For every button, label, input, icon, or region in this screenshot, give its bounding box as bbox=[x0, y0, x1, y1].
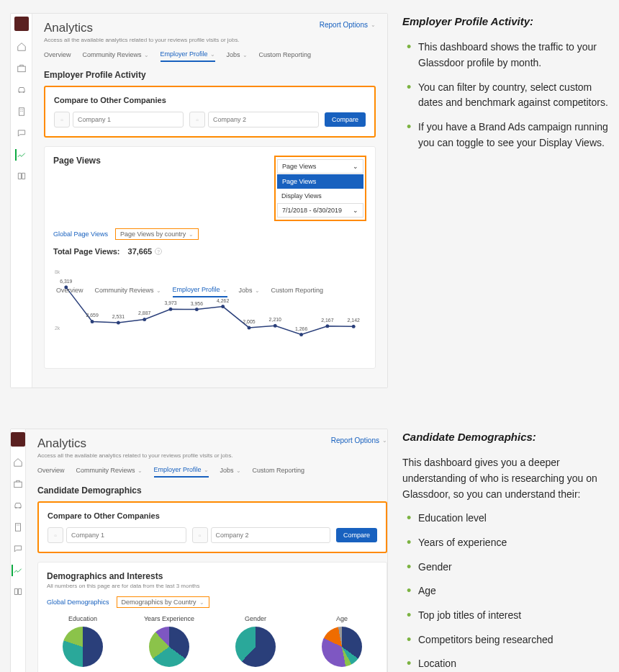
view-type-dropdown[interactable]: Page Views⌄ Page Views Display Views 7/1… bbox=[274, 156, 366, 221]
sub-tab-global-demo[interactable]: Global Demographics bbox=[47, 596, 109, 608]
desc-intro: This dashboard gives you a deeper unders… bbox=[402, 455, 609, 502]
line-chart: 2k8k6,3192,6592,5312,8873,9733,9564,2622… bbox=[53, 259, 366, 359]
chevron-down-icon: ⌄ bbox=[243, 52, 248, 58]
analytics-icon[interactable] bbox=[15, 149, 27, 161]
bullet: Gender bbox=[407, 560, 609, 575]
chevron-down-icon: ⌄ bbox=[210, 51, 215, 58]
svg-text:2,167: 2,167 bbox=[321, 318, 333, 323]
tab-employer-profile[interactable]: Employer Profile⌄ bbox=[173, 286, 227, 297]
sub-tab-country-demo[interactable]: Demographics by Country⌄ bbox=[117, 596, 209, 608]
pie-gender: Gender Male Female bbox=[220, 615, 292, 672]
svg-point-20 bbox=[247, 326, 250, 329]
car-icon[interactable] bbox=[12, 500, 24, 511]
company2-input[interactable] bbox=[208, 112, 319, 127]
tab-custom-reporting[interactable]: Custom Reporting bbox=[271, 286, 324, 297]
tab-overview[interactable]: Overview bbox=[56, 286, 83, 297]
building-icon[interactable] bbox=[16, 106, 27, 117]
tab-community[interactable]: Community Reviews⌄ bbox=[83, 50, 149, 62]
svg-rect-3 bbox=[19, 108, 24, 116]
report-options-dropdown[interactable]: Report Options⌄ bbox=[331, 436, 387, 444]
svg-text:2,005: 2,005 bbox=[243, 319, 255, 324]
page-views-card: Page Views Page Views⌄ Page Views Displa… bbox=[44, 146, 376, 369]
chevron-down-icon: ⌄ bbox=[371, 22, 376, 28]
svg-point-8 bbox=[91, 320, 94, 323]
chat-icon[interactable] bbox=[16, 127, 27, 139]
bullet: If you have a Brand Ads campaign running… bbox=[407, 120, 609, 151]
svg-text:2,142: 2,142 bbox=[348, 318, 360, 323]
sub-tab-global[interactable]: Global Page Views bbox=[53, 228, 108, 240]
compare-title: Compare to Other Companies bbox=[48, 511, 377, 520]
company-icon: ▫ bbox=[189, 112, 205, 127]
compare-card: Compare to Other Companies ▫ ▫ Compare bbox=[37, 501, 387, 553]
report-options-dropdown[interactable]: Report Options⌄ bbox=[320, 21, 376, 29]
svg-point-26 bbox=[325, 324, 329, 328]
chevron-down-icon: ⌄ bbox=[189, 231, 194, 238]
svg-text:2,887: 2,887 bbox=[138, 310, 150, 315]
svg-text:1,266: 1,266 bbox=[295, 326, 307, 331]
company1-input[interactable] bbox=[66, 527, 186, 543]
main-content: Analytics Report Options⌄ Access all the… bbox=[32, 14, 387, 387]
tab-overview[interactable]: Overview bbox=[44, 50, 71, 62]
chevron-down-icon: ⌄ bbox=[199, 599, 204, 606]
avatar[interactable] bbox=[14, 17, 29, 31]
compare-button[interactable]: Compare bbox=[336, 528, 377, 542]
tab-custom-reporting[interactable]: Custom Reporting bbox=[253, 466, 305, 478]
home-icon[interactable] bbox=[16, 41, 27, 53]
tab-community[interactable]: Community Reviews⌄ bbox=[76, 466, 143, 478]
building-icon[interactable] bbox=[12, 521, 24, 533]
compare-button[interactable]: Compare bbox=[325, 112, 366, 127]
home-icon[interactable] bbox=[12, 457, 24, 468]
tab-custom-reporting[interactable]: Custom Reporting bbox=[259, 50, 312, 62]
tab-jobs[interactable]: Jobs⌄ bbox=[239, 286, 260, 297]
bullet: Education level bbox=[407, 511, 609, 527]
tabs-overlay: Overview Community Reviews⌄ Employer Pro… bbox=[53, 286, 366, 305]
demographics-card: Demographics and Interests All numbers o… bbox=[37, 562, 387, 672]
desc-heading: Candidate Demographics: bbox=[402, 429, 609, 445]
tab-jobs[interactable]: Jobs⌄ bbox=[227, 50, 248, 62]
svg-point-22 bbox=[274, 324, 277, 328]
analytics-icon[interactable] bbox=[12, 565, 23, 576]
svg-point-12 bbox=[143, 318, 146, 321]
description-panel: Employer Profile Activity: This dashboar… bbox=[402, 13, 609, 159]
company2-input[interactable] bbox=[211, 527, 331, 543]
chat-icon[interactable] bbox=[12, 543, 24, 555]
chevron-down-icon: ⌄ bbox=[353, 163, 358, 170]
bullet: Location bbox=[407, 656, 609, 672]
tabs: Overview Community Reviews⌄ Employer Pro… bbox=[44, 50, 376, 63]
bullet: Top job titles of interest bbox=[407, 608, 609, 624]
sub-tab-country[interactable]: Page Views by country⌄ bbox=[115, 228, 199, 240]
page-subtitle: Access all the available analytics relat… bbox=[37, 452, 387, 459]
demo-subtitle: All numbers on this page are for data fr… bbox=[47, 583, 378, 589]
book-icon[interactable] bbox=[12, 586, 24, 598]
page-title: Analytics bbox=[37, 436, 86, 451]
svg-point-14 bbox=[169, 308, 173, 311]
tab-employer-profile[interactable]: Employer Profile⌄ bbox=[154, 466, 209, 478]
bullet: You can filter by country, select custom… bbox=[407, 80, 609, 111]
page-subtitle: Access all the available analytics relat… bbox=[44, 37, 376, 43]
car-icon[interactable] bbox=[16, 84, 27, 96]
avatar[interactable] bbox=[11, 432, 25, 447]
company-icon: ▫ bbox=[54, 112, 70, 127]
demo-title: Demographics and Interests bbox=[47, 571, 378, 581]
company1-input[interactable] bbox=[73, 112, 184, 127]
bullet: Competitors being researched bbox=[407, 632, 609, 648]
tab-jobs[interactable]: Jobs⌄ bbox=[220, 466, 241, 478]
section-header: Employer Profile Activity bbox=[44, 70, 376, 80]
book-icon[interactable] bbox=[16, 171, 27, 182]
pie-age: Age < 18 18 - 24 25 - 34 35 - 44 45 - 54… bbox=[306, 615, 378, 672]
svg-text:2k: 2k bbox=[55, 326, 60, 331]
svg-point-24 bbox=[299, 333, 303, 336]
briefcase-icon[interactable] bbox=[12, 478, 24, 490]
info-icon[interactable]: ? bbox=[155, 248, 162, 255]
svg-rect-30 bbox=[14, 482, 22, 488]
tab-community[interactable]: Community Reviews⌄ bbox=[95, 286, 161, 297]
briefcase-icon[interactable] bbox=[16, 63, 27, 74]
tab-employer-profile[interactable]: Employer Profile⌄ bbox=[161, 50, 215, 62]
desc-heading: Employer Profile Activity: bbox=[402, 13, 609, 30]
chevron-down-icon: ⌄ bbox=[144, 52, 149, 58]
company-icon: ▫ bbox=[192, 527, 208, 543]
svg-point-16 bbox=[195, 308, 199, 311]
svg-rect-0 bbox=[17, 66, 25, 72]
tab-overview[interactable]: Overview bbox=[37, 466, 65, 478]
bullet: Age bbox=[407, 583, 609, 599]
